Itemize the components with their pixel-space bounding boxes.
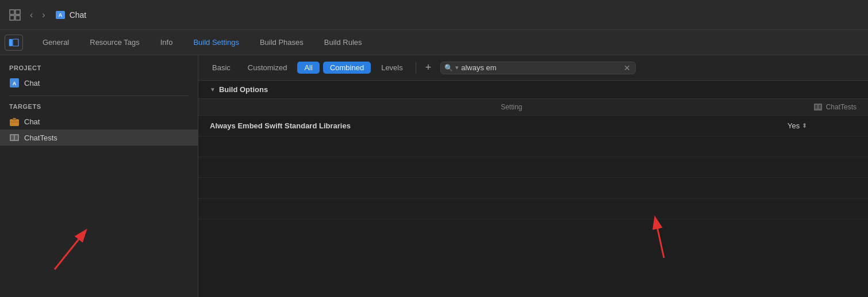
table-row[interactable]: Always Embed Swift Standard Libraries Ye… <box>198 116 868 136</box>
search-input[interactable] <box>461 63 623 72</box>
table-row-empty-4 <box>198 199 868 219</box>
chattests-icon <box>813 102 823 112</box>
tab-build-rules[interactable]: Build Rules <box>314 30 372 55</box>
sidebar-item-chattests-target[interactable]: ChatTests <box>0 130 198 146</box>
tab-info[interactable]: Info <box>150 30 183 55</box>
svg-rect-3 <box>16 16 20 20</box>
forward-button[interactable]: › <box>40 9 47 21</box>
project-title: A Chat <box>55 9 87 21</box>
briefcase-icon <box>9 116 20 127</box>
filter-bar: Basic Customized All Combined Levels + 🔍… <box>198 55 868 81</box>
tab-build-settings[interactable]: Build Settings <box>183 30 249 55</box>
table-row-empty-1 <box>198 136 868 157</box>
svg-rect-10 <box>10 119 19 126</box>
targets-section-label: TARGETS <box>0 101 198 113</box>
search-icon: 🔍 <box>444 64 453 72</box>
tab-bar: General Resource Tags Info Build Setting… <box>0 30 868 55</box>
filter-add-button[interactable]: + <box>422 62 435 74</box>
sidebar-item-project-chat[interactable]: A Chat <box>0 75 198 91</box>
content-area: Basic Customized All Combined Levels + 🔍… <box>198 55 868 297</box>
table-row-empty-2 <box>198 157 868 178</box>
filter-basic-button[interactable]: Basic <box>205 62 237 74</box>
search-clear-button[interactable]: ✕ <box>623 63 632 73</box>
filter-all-button[interactable]: All <box>297 62 319 74</box>
grid-icon <box>7 7 23 23</box>
project-icon: A <box>55 9 66 21</box>
svg-text:A: A <box>58 12 62 18</box>
svg-rect-2 <box>10 16 14 20</box>
col-setting-header: Setting <box>210 103 813 111</box>
settings-table: ▼ Build Options Setting ChatTests Always… <box>198 81 868 297</box>
filter-customized-button[interactable]: Customized <box>241 62 294 74</box>
svg-rect-14 <box>11 135 14 140</box>
search-scope-indicator: ▾ <box>455 64 459 71</box>
col-value-header: ChatTests <box>813 102 857 112</box>
project-title-text: Chat <box>70 10 87 20</box>
svg-rect-7 <box>13 39 18 46</box>
svg-rect-0 <box>10 10 14 14</box>
build-options-section-header: ▼ Build Options <box>198 81 868 99</box>
stepper-control[interactable]: ⬍ <box>802 122 807 130</box>
tab-build-phases[interactable]: Build Phases <box>249 30 314 55</box>
table-row-empty-3 <box>198 178 868 199</box>
project-file-icon: A <box>9 78 20 88</box>
sidebar-item-chat-target[interactable]: Chat <box>0 113 198 130</box>
tab-general[interactable]: General <box>32 30 79 55</box>
setting-name: Always Embed Swift Standard Libraries <box>210 121 788 130</box>
project-section-label: PROJECT <box>0 62 198 75</box>
filter-levels-button[interactable]: Levels <box>374 62 410 74</box>
svg-rect-1 <box>16 10 20 14</box>
toolbar: ‹ › A Chat <box>0 0 868 30</box>
filter-combined-button[interactable]: Combined <box>323 62 371 74</box>
filter-divider <box>416 62 416 74</box>
svg-rect-18 <box>819 105 821 109</box>
filter-search-container: 🔍 ▾ ✕ <box>440 62 636 74</box>
svg-rect-11 <box>13 118 16 120</box>
tab-resource-tags[interactable]: Resource Tags <box>79 30 149 55</box>
sidebar-toggle-button[interactable] <box>5 35 23 51</box>
main-layout: PROJECT A Chat TARGETS Chat ChatTes <box>0 55 868 297</box>
setting-value: Yes ⬍ <box>788 121 857 130</box>
module-icon <box>9 132 20 143</box>
svg-text:A: A <box>13 81 17 86</box>
sidebar: PROJECT A Chat TARGETS Chat ChatTes <box>0 55 198 297</box>
sidebar-divider <box>9 96 189 96</box>
section-collapse-triangle[interactable]: ▼ <box>210 86 216 93</box>
svg-rect-6 <box>9 39 12 46</box>
back-button[interactable]: ‹ <box>28 9 35 21</box>
svg-rect-15 <box>15 135 18 140</box>
sidebar-icon <box>9 39 19 47</box>
svg-rect-17 <box>815 105 817 109</box>
column-headers: Setting ChatTests <box>198 99 868 116</box>
